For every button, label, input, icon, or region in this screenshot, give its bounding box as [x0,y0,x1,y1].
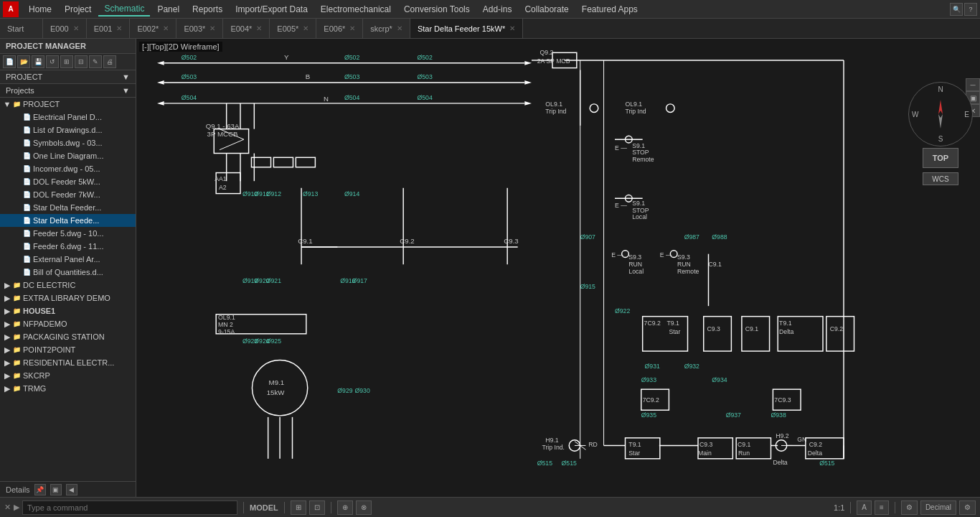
status-sep-4 [850,502,851,513]
grid-btn[interactable]: ⊞ [291,500,306,515]
tab-skcrp-close[interactable]: ✕ [397,24,402,32]
settings-btn[interactable]: ⚙ [959,500,976,515]
details-pin-btn[interactable]: 📌 [34,484,46,495]
tab-e002-close[interactable]: ✕ [163,24,169,32]
svg-text:7C9.2: 7C9.2 [644,320,661,327]
pm-btn8[interactable]: 🖨 [103,55,116,68]
wcs-button[interactable]: WCS [923,172,958,185]
tab-e003-close[interactable]: ✕ [209,24,215,32]
pm-save-btn[interactable]: 💾 [32,55,44,68]
pm-open-btn[interactable]: 📂 [17,55,30,68]
menu-conversion[interactable]: Conversion Tools [398,3,476,16]
svg-text:15kW: 15kW [267,388,286,396]
tree-item-dol-5kw[interactable]: 📄DOL Feeder 5kW... [0,175,136,188]
svg-text:C9.2: C9.2 [809,441,823,448]
tree-item-label: POINT2POINT [23,345,75,354]
tree-item-packaging[interactable]: ▶📁PACKAGING STATION [0,330,136,343]
details-close-btn[interactable]: ◀ [66,484,77,495]
details-restore-btn[interactable]: ▣ [50,484,62,495]
osnap-btn[interactable]: ⊕ [337,500,353,515]
tree-item-external-panel[interactable]: 📄External Panel Ar... [0,253,136,266]
tab-e000[interactable]: E000 ✕ [43,19,87,39]
svg-text:Trip Ind: Trip Ind [626,108,646,115]
menu-collaborate[interactable]: Collaborate [519,3,574,16]
svg-text:Main: Main [698,450,712,457]
tree-item-incomer[interactable]: 📄Incomer.dwg - 05... [0,162,136,175]
tab-e001[interactable]: E001 ✕ [87,19,131,39]
menu-electromechanical[interactable]: Electromechanical [315,3,397,16]
tree-item-dc-electric[interactable]: ▶📁DC ELECTRIC [0,279,136,292]
tree-item-residential[interactable]: ▶📁RESIDENTIAL ELECTR... [0,356,136,369]
top-view-button[interactable]: TOP [923,148,958,168]
tree-item-label: NFPADEMO [23,320,67,328]
tree-item-extra-lib[interactable]: ▶📁EXTRA LIBRARY DEMO [0,292,136,304]
project-dropdown[interactable]: PROJECT ▼ [0,70,136,84]
tree-item-skcrp[interactable]: ▶📁SKCRP [0,369,136,382]
svg-text:Local: Local [632,213,647,220]
tree-item-label: Feeder 5.dwg - 10... [33,229,103,238]
menu-featured[interactable]: Featured Apps [576,3,644,16]
tab-e000-close[interactable]: ✕ [73,24,79,32]
tab-star-delta-close[interactable]: ✕ [509,24,515,32]
snap-btn[interactable]: ⊡ [309,500,325,515]
annotation-btn[interactable]: A [857,500,872,515]
tab-skcrp[interactable]: skcrp* ✕ [363,19,410,39]
tree-item-trmg[interactable]: ▶📁TRMG [0,382,136,395]
menu-reports[interactable]: Reports [187,3,228,16]
tree-item-bill[interactable]: 📄Bill of Quantities.d... [0,266,136,279]
tree-item-list-drawings[interactable]: 📄List of Drawings.d... [0,124,136,136]
tab-e002[interactable]: E002* ✕ [130,19,176,39]
tree-item-star-delta[interactable]: 📄Star Delta Feeder... [0,201,136,214]
pm-btn6[interactable]: ⊟ [75,55,88,68]
command-input[interactable] [22,500,237,515]
tab-e005[interactable]: E005* ✕ [270,19,316,39]
tree-item-project-root[interactable]: ▼📁PROJECT [0,98,136,111]
project-tree: ▼📁PROJECT📄Electrical Panel D...📄List of … [0,98,136,481]
tree-item-electrical-panel[interactable]: 📄Electrical Panel D... [0,111,136,124]
tree-item-nfpademo[interactable]: ▶📁NFPADEMO [0,317,136,330]
otrack-btn[interactable]: ⊗ [356,500,372,515]
pm-btn5[interactable]: ⊞ [60,55,73,68]
tree-item-one-line[interactable]: 📄One Line Diagram... [0,149,136,162]
schematic-drawing: .wire { stroke: white; stroke-width: 1.5… [136,39,980,497]
tab-e006-close[interactable]: ✕ [349,24,355,32]
projects-label[interactable]: Projects ▼ [0,84,136,98]
menu-addins[interactable]: Add-ins [477,3,518,16]
menu-help-btn[interactable]: ? [964,3,977,16]
svg-marker-172 [938,100,943,114]
tree-item-star-delta-active[interactable]: 📄Star Delta Feede... [0,214,136,227]
menu-project[interactable]: Project [59,3,97,16]
tree-item-feeder6[interactable]: 📄Feeder 6.dwg - 11... [0,240,136,253]
tree-item-symbols[interactable]: 📄Symbols.dwg - 03... [0,136,136,149]
tab-e004-close[interactable]: ✕ [256,24,262,32]
svg-text:Ø914: Ø914 [344,190,359,197]
tab-star-delta[interactable]: Star Delta Feeder 15kW* ✕ [410,19,523,39]
menu-home[interactable]: Home [23,3,57,16]
tab-e004[interactable]: E004* ✕ [223,19,270,39]
tree-expand-arrow: ▶ [3,384,11,393]
pm-new-btn[interactable]: 📄 [3,55,16,68]
tab-e005-close[interactable]: ✕ [303,24,308,32]
tree-item-dol-7kw[interactable]: 📄DOL Feeder 7kW... [0,188,136,201]
svg-text:Ø503: Ø503 [344,73,359,80]
menu-search-btn[interactable]: 🔍 [950,3,963,16]
tab-e003[interactable]: E003* ✕ [176,19,223,39]
tree-item-feeder5[interactable]: 📄Feeder 5.dwg - 10... [0,227,136,240]
menu-schematic[interactable]: Schematic [98,2,150,17]
decimal-btn[interactable]: Decimal [920,500,956,515]
tab-start[interactable]: Start [0,19,43,39]
tree-item-label: PROJECT [23,100,60,108]
tree-item-house1[interactable]: ▶📁HOUSE1 [0,304,136,317]
tree-doc-icon: 📄 [22,151,32,161]
tab-e006[interactable]: E006* ✕ [316,19,363,39]
compass-ring[interactable]: N S E W [908,82,973,146]
workspace-btn[interactable]: ⚙ [901,500,918,515]
menu-import-export[interactable]: Import/Export Data [230,3,314,16]
canvas-area[interactable]: [-][Top][2D Wireframe] Location View ─ ▣… [136,39,980,497]
menu-panel[interactable]: Panel [151,3,185,16]
pm-btn7[interactable]: ✎ [89,55,102,68]
pm-refresh-btn[interactable]: ↺ [46,55,59,68]
lineweight-btn[interactable]: ≡ [875,500,889,515]
tree-item-point2point[interactable]: ▶📁POINT2POINT [0,343,136,356]
tab-e001-close[interactable]: ✕ [116,24,122,32]
